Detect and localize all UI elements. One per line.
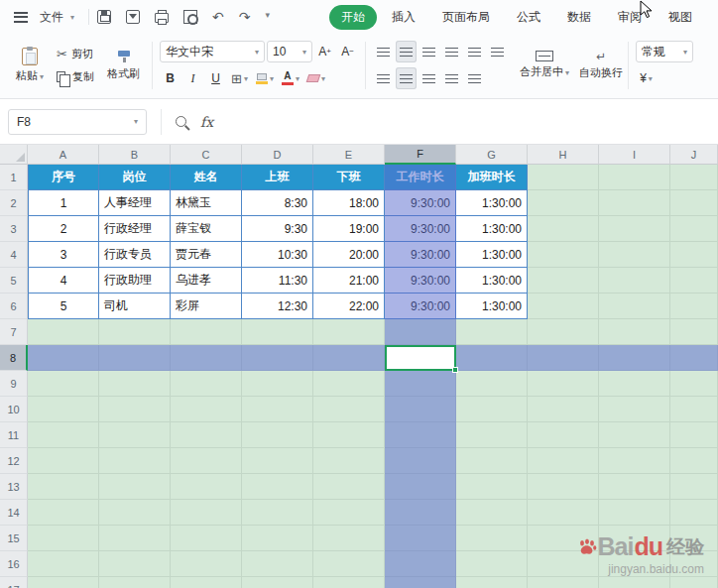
cell-J2[interactable]: [670, 190, 718, 216]
paste-button[interactable]: 粘贴▾: [11, 46, 49, 85]
cell-B9[interactable]: [99, 371, 171, 397]
cell-D5[interactable]: 11:30: [242, 268, 313, 294]
cell-E12[interactable]: [313, 448, 385, 474]
cell-H13[interactable]: [528, 474, 599, 500]
column-header-E[interactable]: E: [313, 145, 385, 165]
font-color-button[interactable]: A ▾: [279, 67, 302, 89]
cell-F4[interactable]: 9:30:00: [385, 242, 456, 268]
cell-A13[interactable]: [28, 474, 99, 500]
column-header-C[interactable]: C: [171, 145, 242, 165]
cell-G8[interactable]: [456, 345, 528, 371]
bold-button[interactable]: B: [160, 67, 180, 89]
cell-H2[interactable]: [528, 190, 599, 216]
number-format-select[interactable]: 常规 ▾: [636, 41, 693, 62]
cell-I14[interactable]: [599, 500, 670, 526]
cell-J14[interactable]: [670, 500, 718, 526]
cell-J11[interactable]: [670, 422, 718, 448]
clear-format-button[interactable]: ▾: [304, 67, 328, 89]
undo-icon[interactable]: ↶: [212, 10, 224, 24]
formula-input[interactable]: [225, 99, 718, 144]
cell-G14[interactable]: [456, 500, 528, 526]
cell-A1[interactable]: 序号: [28, 165, 99, 190]
cell-C4[interactable]: 贾元春: [171, 242, 242, 268]
cell-C11[interactable]: [171, 422, 242, 448]
cell-A17[interactable]: [28, 577, 99, 588]
cell-E13[interactable]: [313, 474, 385, 500]
cell-F11[interactable]: [385, 422, 456, 448]
format-painter-button[interactable]: 格式刷: [102, 48, 145, 83]
cell-I17[interactable]: [599, 577, 670, 588]
increase-indent-button[interactable]: [487, 41, 508, 62]
cell-B2[interactable]: 人事经理: [99, 190, 171, 216]
cell-C14[interactable]: [171, 500, 242, 526]
cell-I5[interactable]: [599, 268, 670, 294]
cell-D10[interactable]: [242, 397, 313, 422]
cell-F12[interactable]: [385, 448, 456, 474]
row-header-15[interactable]: 15: [0, 526, 28, 551]
cell-G13[interactable]: [456, 474, 528, 500]
cell-F16[interactable]: [385, 551, 456, 577]
merge-center-button[interactable]: 合并居中▾: [515, 49, 574, 81]
column-header-D[interactable]: D: [242, 145, 313, 165]
cell-A5[interactable]: 4: [28, 268, 99, 294]
cell-I6[interactable]: [599, 294, 670, 319]
decrease-font-size-button[interactable]: A−: [337, 41, 358, 62]
cell-B10[interactable]: [99, 397, 171, 422]
cell-J3[interactable]: [670, 216, 718, 242]
cell-C17[interactable]: [171, 577, 242, 588]
cell-C7[interactable]: [171, 319, 242, 345]
cell-D13[interactable]: [242, 474, 313, 500]
cell-D17[interactable]: [242, 577, 313, 588]
cell-E2[interactable]: 18:00: [313, 190, 385, 216]
cell-G5[interactable]: 1:30:00: [456, 268, 528, 294]
tab-审阅[interactable]: 审阅: [606, 5, 654, 30]
cell-B4[interactable]: 行政专员: [99, 242, 171, 268]
cell-A10[interactable]: [28, 397, 99, 422]
cell-D4[interactable]: 10:30: [242, 242, 313, 268]
hamburger-menu-button[interactable]: [8, 8, 34, 27]
tab-页面布局[interactable]: 页面布局: [430, 5, 502, 30]
borders-button[interactable]: ⊞▾: [228, 67, 251, 89]
cell-A11[interactable]: [28, 422, 99, 448]
cell-E4[interactable]: 20:00: [313, 242, 385, 268]
cell-B11[interactable]: [99, 422, 171, 448]
cell-B3[interactable]: 行政经理: [99, 216, 171, 242]
cell-D6[interactable]: 12:30: [242, 294, 313, 319]
cell-A4[interactable]: 3: [28, 242, 99, 268]
column-header-F[interactable]: F: [385, 145, 456, 165]
cell-A14[interactable]: [28, 500, 99, 526]
cell-E7[interactable]: [313, 319, 385, 345]
cell-H9[interactable]: [528, 371, 599, 397]
cell-D15[interactable]: [242, 526, 313, 551]
row-header-9[interactable]: 9: [0, 371, 28, 397]
cell-F10[interactable]: [385, 397, 456, 422]
row-header-4[interactable]: 4: [0, 242, 28, 268]
cell-C9[interactable]: [171, 371, 242, 397]
cell-F7[interactable]: [385, 319, 456, 345]
cell-J5[interactable]: [670, 268, 718, 294]
cell-G15[interactable]: [456, 526, 528, 551]
cell-E16[interactable]: [313, 551, 385, 577]
orientation-button[interactable]: [441, 41, 462, 62]
cell-C1[interactable]: 姓名: [171, 165, 242, 190]
distribute-button[interactable]: [464, 67, 485, 89]
font-name-select[interactable]: 华文中宋 ▾: [160, 41, 265, 62]
cell-G6[interactable]: 1:30:00: [456, 294, 528, 319]
cell-C13[interactable]: [171, 474, 242, 500]
cell-G17[interactable]: [456, 577, 528, 588]
tab-插入[interactable]: 插入: [380, 5, 427, 30]
cell-B5[interactable]: 行政助理: [99, 268, 171, 294]
cell-J1[interactable]: [670, 165, 718, 190]
cell-A16[interactable]: [28, 551, 99, 577]
column-header-G[interactable]: G: [456, 145, 528, 165]
cell-E14[interactable]: [313, 500, 385, 526]
cell-G7[interactable]: [456, 319, 528, 345]
cell-I2[interactable]: [599, 190, 670, 216]
cell-A2[interactable]: 1: [28, 190, 99, 216]
cell-E17[interactable]: [313, 577, 385, 588]
cell-I13[interactable]: [599, 474, 670, 500]
export-icon[interactable]: [126, 10, 140, 24]
row-header-10[interactable]: 10: [0, 397, 28, 422]
cell-F14[interactable]: [385, 500, 456, 526]
cell-G1[interactable]: 加班时长: [456, 165, 528, 190]
